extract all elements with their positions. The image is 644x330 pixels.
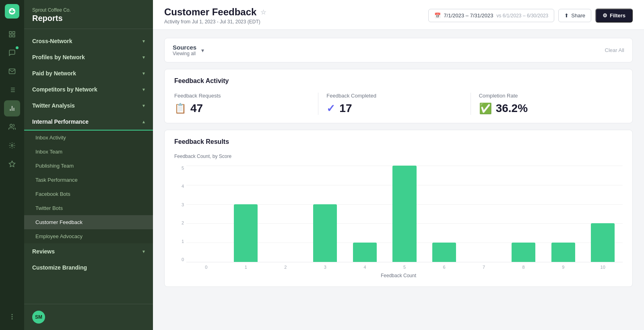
nav-icon-reports[interactable] [4, 100, 20, 116]
icon-sidebar [0, 0, 24, 330]
bar-8[interactable] [512, 243, 535, 262]
page-subtitle: Activity from Jul 1, 2023 - Jul 31, 2023… [164, 19, 266, 25]
share-button[interactable]: ⬆ Share [558, 9, 591, 22]
chevron-down-icon: ▾ [142, 55, 145, 60]
nav-section-paid: Paid by Network ▾ [24, 65, 153, 81]
sidebar-item-inbox-activity[interactable]: Inbox Activity [24, 131, 153, 145]
nav-profiles-by-network[interactable]: Profiles by Network ▾ [24, 49, 153, 65]
bar-group-3 [305, 166, 345, 262]
metrics-row: Feedback Requests 📋 47 Feedback Complete… [174, 93, 623, 115]
nav-internal-label: Internal Performance [32, 118, 89, 125]
feedback-activity-title: Feedback Activity [174, 77, 623, 85]
svg-point-17 [12, 316, 12, 317]
bar-9[interactable] [551, 243, 575, 262]
x-label-5: 5 [385, 265, 425, 270]
date-range-text: 7/1/2023 – 7/31/2023 [444, 12, 493, 19]
nav-customize-branding[interactable]: Customize Branding [24, 259, 153, 276]
y-label-2: 2 [174, 220, 186, 225]
nav-icon-messages[interactable] [4, 63, 20, 79]
nav-icon-more[interactable] [4, 309, 20, 325]
sidebar-item-twitter-bots[interactable]: Twitter Bots [24, 201, 153, 215]
bar-group-10 [583, 166, 623, 262]
vs-date-range-text: vs 6/1/2023 – 6/30/2023 [497, 13, 549, 19]
sources-label-group: Sources Viewing all [173, 44, 196, 56]
nav-internal-performance[interactable]: Internal Performance ▴ [24, 114, 153, 131]
feedback-requests-label: Feedback Requests [174, 93, 310, 99]
nav-section-twitter: Twitter Analysis ▾ [24, 98, 153, 114]
company-name: Sprout Coffee Co. [32, 7, 145, 13]
bar-5[interactable] [392, 166, 416, 262]
x-label-9: 9 [543, 265, 583, 270]
svg-point-18 [12, 319, 12, 320]
bar-10[interactable] [591, 223, 615, 262]
date-range-button[interactable]: 📅 7/1/2023 – 7/31/2023 vs 6/1/2023 – 6/3… [428, 9, 555, 22]
clear-all-button[interactable]: Clear All [605, 47, 624, 53]
x-label-7: 7 [464, 265, 504, 270]
filters-label: Filters [610, 12, 625, 19]
nav-icon-tasks[interactable] [4, 82, 20, 98]
y-label-3: 3 [174, 202, 186, 207]
completion-rate-icon: ✅ [479, 102, 492, 115]
sidebar: Sprout Coffee Co. Reports Cross-Network … [24, 0, 153, 330]
nav-cross-network[interactable]: Cross-Network ▾ [24, 33, 153, 49]
sidebar-item-facebook-bots[interactable]: Facebook Bots [24, 187, 153, 201]
share-icon: ⬆ [564, 12, 569, 19]
x-label-3: 3 [305, 265, 345, 270]
metric-feedback-completed: Feedback Completed ✓ 17 [326, 93, 471, 115]
nav-icon-star[interactable] [4, 156, 20, 172]
nav-icon-integrations[interactable] [4, 137, 20, 154]
favorite-icon[interactable]: ☆ [260, 8, 266, 16]
page-title: Customer Feedback [164, 6, 256, 18]
sidebar-item-inbox-team[interactable]: Inbox Team [24, 145, 153, 159]
svg-rect-1 [13, 31, 15, 33]
feedback-results-title: Feedback Results [174, 138, 623, 145]
sidebar-item-customer-feedback[interactable]: Customer Feedback [24, 215, 153, 229]
nav-section-branding: Customize Branding [24, 259, 153, 276]
x-label-10: 10 [583, 265, 623, 270]
nav-competitors-by-network[interactable]: Competitors by Network ▾ [24, 81, 153, 98]
bar-group-8 [504, 166, 543, 262]
share-label: Share [571, 12, 585, 19]
x-label-6: 6 [424, 265, 464, 270]
svg-point-14 [11, 145, 13, 147]
app-logo[interactable] [5, 4, 19, 19]
sources-chevron-icon[interactable]: ▾ [201, 47, 204, 54]
bar-6[interactable] [432, 243, 456, 262]
nav-reviews-label: Reviews [32, 248, 55, 255]
nav-twitter-analysis[interactable]: Twitter Analysis ▾ [24, 98, 153, 114]
main-content: Customer Feedback ☆ Activity from Jul 1,… [153, 0, 644, 330]
nav-icon-team[interactable] [4, 119, 20, 135]
sidebar-item-publishing-team[interactable]: Publishing Team [24, 159, 153, 173]
svg-rect-2 [9, 35, 11, 37]
sidebar-nav: Cross-Network ▾ Profiles by Network ▾ Pa… [24, 29, 153, 304]
chevron-down-icon: ▾ [142, 71, 145, 76]
sidebar-item-employee-advocacy[interactable]: Employee Advocacy [24, 229, 153, 243]
metric-completion-rate: Completion Rate ✅ 36.2% [479, 93, 623, 115]
chevron-down-icon: ▾ [142, 103, 145, 108]
chevron-down-icon: ▾ [142, 87, 145, 92]
chart-x-title: Feedback Count [174, 273, 623, 278]
bar-1[interactable] [234, 204, 258, 262]
nav-paid-by-network[interactable]: Paid by Network ▾ [24, 65, 153, 81]
nav-icon-inbox[interactable] [4, 45, 20, 61]
chevron-down-icon: ▾ [142, 249, 145, 254]
bar-4[interactable] [353, 243, 377, 262]
nav-icon-home[interactable] [4, 26, 20, 42]
completion-rate-value: 36.2% [496, 102, 528, 115]
completion-rate-label: Completion Rate [479, 93, 615, 99]
nav-twitter-label: Twitter Analysis [32, 102, 75, 109]
nav-section-competitors: Competitors by Network ▾ [24, 81, 153, 98]
bar-3[interactable] [313, 204, 337, 262]
filters-button[interactable]: ⚙ Filters [595, 8, 633, 23]
feedback-activity-card: Feedback Activity Feedback Requests 📋 47… [164, 69, 633, 123]
y-label-4: 4 [174, 184, 186, 189]
nav-reviews[interactable]: Reviews ▾ [24, 243, 153, 259]
header-left: Customer Feedback ☆ Activity from Jul 1,… [164, 6, 266, 25]
avatar[interactable]: SM [32, 311, 45, 324]
nav-section-internal: Internal Performance ▴ Inbox Activity In… [24, 114, 153, 243]
x-labels-container: 012345678910 [186, 265, 623, 270]
metric-feedback-requests: Feedback Requests 📋 47 [174, 93, 318, 115]
sidebar-item-task-performance[interactable]: Task Performance [24, 173, 153, 187]
filters-icon: ⚙ [603, 12, 607, 19]
header-actions: 📅 7/1/2023 – 7/31/2023 vs 6/1/2023 – 6/3… [428, 8, 633, 23]
